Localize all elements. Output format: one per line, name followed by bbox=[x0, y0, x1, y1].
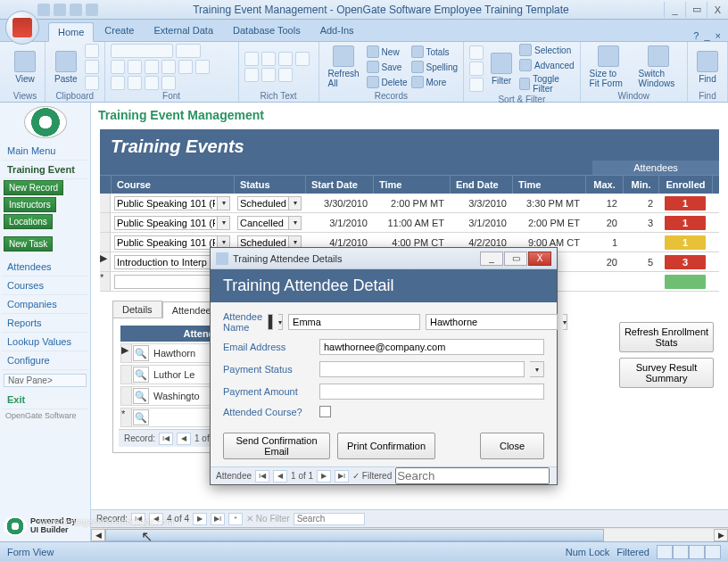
close-button[interactable]: Close bbox=[480, 433, 544, 459]
payment-status-dropdown-icon[interactable]: ▾ bbox=[530, 361, 544, 377]
paste-button[interactable]: Paste bbox=[51, 49, 81, 86]
refresh-enrollment-button[interactable]: Refresh Enrollment Stats bbox=[619, 322, 714, 352]
sidebar-main-menu[interactable]: Main Menu bbox=[2, 142, 88, 161]
sidebar-reports[interactable]: Reports bbox=[2, 314, 88, 333]
help-icon[interactable]: ? bbox=[693, 30, 699, 41]
nav-last-button[interactable]: ▶I bbox=[211, 513, 225, 525]
max-cell[interactable] bbox=[585, 280, 623, 284]
row-selector[interactable]: ▶ bbox=[100, 252, 111, 271]
min-cell[interactable]: 5 bbox=[623, 255, 658, 269]
status-input[interactable] bbox=[237, 216, 289, 230]
max-cell[interactable]: 12 bbox=[585, 196, 623, 210]
view-design-icon[interactable] bbox=[705, 545, 721, 559]
window-minimize-button[interactable]: _ bbox=[664, 2, 685, 18]
dlg-nav-last-icon[interactable]: ▶I bbox=[335, 470, 349, 483]
row-selector[interactable] bbox=[100, 194, 111, 212]
size-to-fit-button[interactable]: Size to Fit Form bbox=[586, 44, 632, 90]
view-layout-icon[interactable] bbox=[689, 545, 705, 559]
window-close-button[interactable]: X bbox=[707, 2, 728, 18]
email-input[interactable] bbox=[319, 339, 544, 355]
ribbon-minimize-icon[interactable]: _ bbox=[704, 30, 709, 41]
find-button[interactable]: Find bbox=[693, 49, 722, 86]
copy-icon[interactable] bbox=[85, 60, 99, 74]
tab-home[interactable]: Home bbox=[48, 22, 94, 42]
dlg-nav-prev-icon[interactable]: ◀ bbox=[273, 470, 287, 483]
row-selector[interactable]: * bbox=[100, 272, 111, 291]
filtered-chip[interactable]: ✓ Filtered bbox=[352, 471, 392, 481]
spelling-button[interactable]: Spelling bbox=[411, 61, 459, 73]
magnify-icon[interactable]: 🔍 bbox=[133, 367, 149, 383]
col-max[interactable]: Max. bbox=[586, 176, 624, 194]
start-time-cell[interactable]: 2:00 PM MT bbox=[373, 196, 450, 210]
more-button[interactable]: More bbox=[411, 76, 459, 88]
delete-record-button[interactable]: Delete bbox=[367, 76, 408, 88]
search-input[interactable] bbox=[294, 513, 365, 525]
mdi-close-icon[interactable]: × bbox=[716, 30, 721, 41]
new-record-button[interactable]: New bbox=[367, 45, 408, 58]
col-start-time[interactable]: Time bbox=[374, 176, 451, 194]
toggle-filter-button[interactable]: Toggle Filter bbox=[519, 74, 574, 94]
rtl-button[interactable] bbox=[261, 68, 276, 82]
sidebar-exit[interactable]: Exit bbox=[2, 391, 88, 409]
attended-checkbox[interactable] bbox=[319, 406, 331, 417]
refresh-all-button[interactable]: Refresh All bbox=[325, 44, 363, 90]
course-input[interactable] bbox=[114, 255, 218, 269]
col-end-time[interactable]: Time bbox=[513, 176, 586, 194]
save-record-button[interactable]: Save bbox=[367, 61, 408, 73]
dlg-nav-next-icon[interactable]: ▶ bbox=[317, 470, 331, 483]
col-min[interactable]: Min. bbox=[624, 176, 659, 194]
course-input[interactable] bbox=[114, 235, 218, 250]
italic-button[interactable] bbox=[128, 60, 142, 74]
col-enrolled[interactable]: Enrolled bbox=[659, 176, 713, 194]
col-status[interactable]: Status bbox=[235, 176, 306, 194]
name-dropdown-icon[interactable]: ▾ bbox=[563, 314, 567, 330]
chevron-down-icon[interactable]: ▾ bbox=[289, 216, 302, 230]
sidebar-configure[interactable]: Configure bbox=[2, 351, 88, 370]
first-name-input[interactable] bbox=[288, 314, 420, 330]
min-cell[interactable] bbox=[623, 280, 658, 284]
sidebar-new-record[interactable]: New Record bbox=[4, 180, 63, 195]
cut-icon[interactable] bbox=[85, 44, 99, 58]
sidebar-locations[interactable]: Locations bbox=[4, 214, 53, 229]
dialog-close-button[interactable]: X bbox=[528, 252, 551, 266]
font-family-combo[interactable] bbox=[111, 44, 173, 58]
dialog-search-input[interactable] bbox=[395, 467, 550, 484]
event-row[interactable]: ▾▾3/30/20102:00 PM MT3/3/20103:30 PM MT1… bbox=[100, 194, 719, 213]
numbering-button[interactable] bbox=[261, 52, 276, 66]
course-input[interactable] bbox=[114, 275, 218, 289]
filter-button[interactable]: Filter bbox=[487, 51, 516, 87]
dlg-nav-first-icon[interactable]: I◀ bbox=[255, 470, 269, 483]
magnify-icon[interactable]: 🔍 bbox=[133, 345, 149, 361]
alt-row-button[interactable] bbox=[161, 76, 176, 90]
view-form-icon[interactable] bbox=[657, 545, 673, 559]
sort-asc-button[interactable] bbox=[469, 45, 484, 60]
max-cell[interactable]: 1 bbox=[585, 235, 623, 250]
nav-new-button[interactable]: * bbox=[228, 513, 243, 525]
underline-button[interactable] bbox=[145, 60, 159, 74]
send-confirmation-button[interactable]: Send Confirmation Email bbox=[223, 433, 330, 459]
print-confirmation-button[interactable]: Print Confirmation bbox=[337, 433, 435, 459]
sidebar-lookup-values[interactable]: Lookup Values bbox=[2, 333, 88, 351]
sidebar-instructors[interactable]: Instructors bbox=[4, 197, 56, 212]
scroll-thumb[interactable] bbox=[105, 529, 604, 541]
format-painter-icon[interactable] bbox=[85, 76, 99, 90]
tab-database-tools[interactable]: Database Tools bbox=[224, 21, 310, 41]
bold-button[interactable] bbox=[111, 60, 125, 74]
chevron-down-icon[interactable]: ▾ bbox=[218, 216, 230, 230]
font-size-combo[interactable] bbox=[176, 44, 201, 58]
scroll-right-icon[interactable]: ▶ bbox=[714, 529, 728, 541]
view-button[interactable]: View bbox=[11, 49, 39, 86]
sidebar-companies[interactable]: Companies bbox=[2, 295, 88, 314]
align-center-button[interactable] bbox=[178, 60, 193, 74]
nav-pane-toggle[interactable]: Nav Pane> bbox=[4, 374, 87, 387]
sort-desc-button[interactable] bbox=[469, 62, 484, 76]
font-color-button[interactable] bbox=[111, 76, 125, 90]
sidebar-new-task[interactable]: New Task bbox=[4, 236, 53, 252]
payment-amount-input[interactable] bbox=[319, 384, 544, 400]
fill-color-button[interactable] bbox=[128, 76, 142, 90]
subtab-details[interactable]: Details bbox=[112, 301, 162, 318]
nav-first-icon[interactable]: I◀ bbox=[159, 433, 173, 445]
col-start-date[interactable]: Start Date bbox=[306, 176, 374, 194]
totals-button[interactable]: Totals bbox=[411, 45, 459, 58]
row-selector[interactable] bbox=[100, 213, 111, 232]
